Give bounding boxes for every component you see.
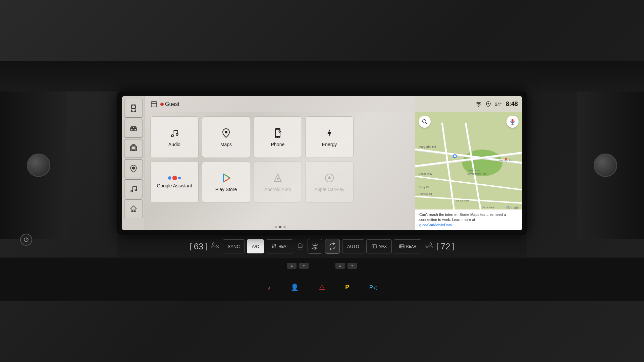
app-tile-google-assistant[interactable]: Google Assistant bbox=[150, 161, 199, 203]
carplay-icon bbox=[323, 172, 335, 184]
svg-point-58 bbox=[505, 158, 507, 160]
play-store-label: Play Store bbox=[215, 187, 237, 192]
guest-status-dot bbox=[160, 103, 164, 106]
bottom-controls: ♪ 👤 ⚠ P P◁ bbox=[0, 274, 644, 301]
ac-button[interactable]: A/C bbox=[247, 239, 264, 253]
outer-frame: ⏻ bbox=[0, 0, 644, 362]
map-search-button[interactable] bbox=[419, 116, 431, 128]
svg-text:Dahlia Way: Dahlia Way bbox=[419, 172, 432, 175]
svg-rect-9 bbox=[132, 130, 134, 130]
temperature-display: 64° bbox=[495, 102, 502, 107]
svg-point-17 bbox=[135, 189, 137, 191]
internet-warning-link[interactable]: g.co/CarMobileData bbox=[419, 223, 452, 227]
svg-point-6 bbox=[135, 105, 136, 106]
svg-line-60 bbox=[426, 123, 427, 124]
svg-text:Via La Vida: Via La Vida bbox=[455, 199, 469, 202]
sync-button[interactable]: SYNC bbox=[223, 239, 245, 253]
rear-button[interactable]: REAR bbox=[394, 239, 422, 253]
recirc-button[interactable] bbox=[325, 239, 340, 254]
right-volume-knob[interactable] bbox=[594, 154, 617, 177]
audio-label: Audio bbox=[168, 142, 180, 147]
page-dot-3[interactable] bbox=[283, 226, 286, 228]
app-row-1: Audio Maps bbox=[150, 116, 410, 158]
max-label: MAX bbox=[379, 244, 387, 248]
internet-warning: Can't reach the internet. Some Maps feat… bbox=[415, 209, 522, 230]
bottom-btn-park2[interactable]: P◁ bbox=[369, 284, 377, 291]
sidebar-item-home[interactable] bbox=[124, 199, 143, 218]
energy-icon bbox=[323, 127, 335, 139]
page-dot-2[interactable] bbox=[279, 226, 281, 228]
max-button[interactable]: MAX bbox=[366, 239, 392, 253]
app-tile-audio[interactable]: Audio bbox=[150, 116, 199, 158]
sidebar-item-mobile[interactable] bbox=[124, 139, 143, 158]
maps-icon bbox=[220, 127, 232, 139]
bottom-icon-warning: ⚠ bbox=[319, 283, 325, 291]
app-grid: Audio Maps bbox=[145, 112, 415, 225]
play-store-icon bbox=[220, 172, 232, 184]
svg-point-35 bbox=[487, 103, 489, 104]
svg-line-18 bbox=[132, 186, 136, 187]
screen-area-wrapper: Guest bbox=[117, 92, 527, 257]
app-tile-android-auto[interactable]: Android Auto bbox=[254, 161, 302, 203]
app-tile-maps[interactable]: Maps bbox=[202, 116, 250, 158]
sidebar-item-music[interactable] bbox=[124, 179, 143, 198]
svg-point-15 bbox=[132, 167, 135, 169]
svg-rect-69 bbox=[372, 245, 377, 248]
bottom-btn-audio[interactable]: ♪ bbox=[267, 284, 270, 291]
app-row-2: Google Assistant bbox=[150, 161, 410, 203]
page-dots bbox=[145, 225, 415, 230]
map-header: 64° 8:48 bbox=[415, 96, 522, 112]
svg-point-3 bbox=[131, 111, 132, 112]
bottom-btn-warning[interactable]: ⚠ bbox=[319, 283, 325, 291]
status-icons: 64° 8:48 bbox=[475, 101, 518, 108]
svg-marker-33 bbox=[327, 176, 331, 179]
sidebar-item-car-front[interactable] bbox=[124, 119, 143, 138]
profile-icon bbox=[150, 101, 158, 108]
heat-icon bbox=[271, 243, 277, 249]
auto-button[interactable]: AUTO bbox=[342, 239, 364, 253]
phone-label: Phone bbox=[271, 142, 284, 147]
left-volume-knob[interactable] bbox=[27, 154, 50, 177]
map-area: 64° 8:48 bbox=[415, 96, 522, 230]
svg-rect-19 bbox=[132, 210, 134, 212]
heat-label: HEAT bbox=[278, 244, 288, 248]
svg-point-5 bbox=[131, 105, 132, 106]
sync-label: SYNC bbox=[228, 244, 240, 249]
app-tile-play-store[interactable]: Play Store bbox=[202, 161, 250, 203]
scroll-down-right[interactable]: ▼ bbox=[347, 263, 357, 269]
sidebar-item-location[interactable] bbox=[124, 159, 143, 178]
main-content: Guest bbox=[145, 96, 415, 230]
time-display: 8:48 bbox=[506, 101, 518, 108]
page-dot-1[interactable] bbox=[275, 226, 277, 228]
fan-button[interactable] bbox=[308, 239, 322, 254]
right-zone-icon bbox=[424, 241, 434, 251]
power-button[interactable]: ⏻ bbox=[20, 234, 32, 246]
app-tile-apple-carplay[interactable]: Apple CarPlay bbox=[305, 161, 354, 203]
svg-point-8 bbox=[134, 127, 136, 128]
bottom-icon-park: P bbox=[345, 284, 349, 291]
scroll-up-right[interactable]: ▲ bbox=[335, 263, 345, 269]
scroll-up-left[interactable]: ▲ bbox=[287, 263, 297, 269]
bottom-btn-person[interactable]: 👤 bbox=[290, 283, 299, 291]
screen-bezel: Guest bbox=[117, 92, 527, 235]
svg-point-34 bbox=[478, 106, 479, 107]
rear-label: REAR bbox=[406, 244, 417, 248]
svg-point-31 bbox=[277, 178, 279, 180]
sidebar-item-car-top[interactable] bbox=[124, 99, 143, 118]
heat-button[interactable]: HEAT bbox=[266, 239, 293, 253]
app-tile-energy[interactable]: Energy bbox=[305, 116, 354, 158]
screen-inner: Guest bbox=[122, 96, 522, 230]
svg-text:Margarita Rd: Margarita Rd bbox=[419, 145, 436, 148]
svg-text:Margarita: Margarita bbox=[469, 169, 480, 172]
seat-heat-icon[interactable] bbox=[296, 242, 305, 251]
wifi-icon bbox=[475, 102, 482, 107]
scroll-down-left[interactable]: ▼ bbox=[299, 263, 309, 269]
app-tile-phone[interactable]: Phone bbox=[254, 116, 302, 158]
internet-warning-text: Can't reach the internet. Some Maps feat… bbox=[419, 213, 506, 222]
map-content[interactable]: Margarita Rd Moraga Rd Dahlia Way Margar… bbox=[415, 112, 522, 230]
bottom-icon-park2: P◁ bbox=[369, 284, 377, 291]
map-mic-button[interactable] bbox=[506, 116, 519, 128]
bottom-btn-park[interactable]: P bbox=[345, 284, 349, 291]
carplay-label: Apple CarPlay bbox=[314, 187, 344, 192]
max-defrost-icon bbox=[371, 243, 377, 249]
